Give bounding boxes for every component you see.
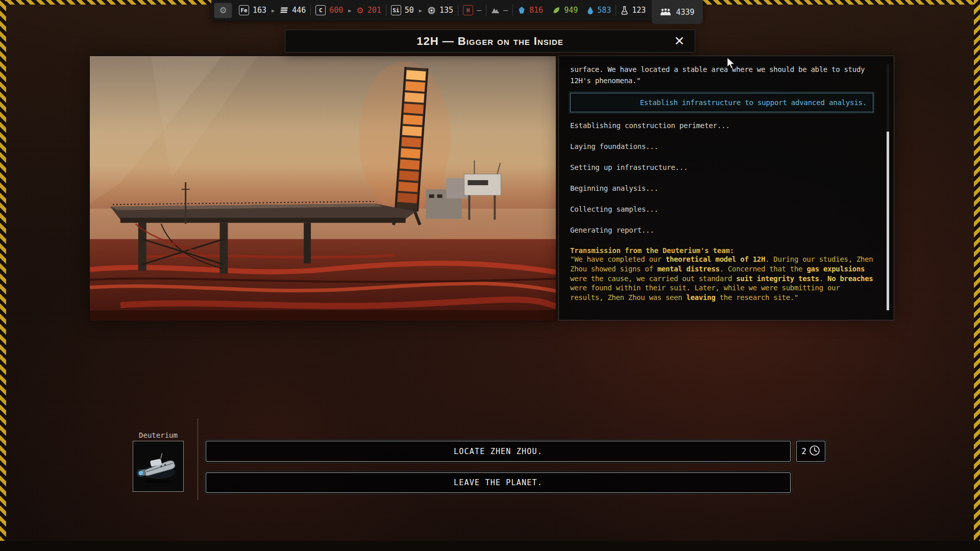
silicon-symbol-icon: Si: [391, 5, 401, 15]
resource-crystals: 816: [513, 0, 548, 20]
carbon-symbol-icon: C: [315, 5, 326, 15]
resource-value: 123: [632, 6, 646, 15]
action-locate-button[interactable]: LOCATE ZHEN ZHOU.: [206, 441, 791, 462]
close-icon: ✕: [674, 34, 685, 48]
resource-parts: ⚙ 201: [352, 0, 385, 20]
hazard-stripe-left: [0, 0, 6, 551]
mountain-icon: [491, 7, 500, 14]
resource-value: 583: [597, 6, 611, 15]
flask-icon: [621, 6, 628, 15]
chosen-option-button[interactable]: Establish infrastructure to support adva…: [570, 93, 873, 112]
layers-icon: [280, 7, 288, 14]
crystal-icon: [518, 6, 526, 14]
event-titlebar: 12H — Bigger on the Inside ✕: [285, 30, 695, 53]
gear-icon: ⚙: [219, 5, 227, 15]
resource-minerals: –: [486, 0, 512, 20]
resource-value: –: [477, 6, 481, 15]
hydrogen-symbol-icon: H: [463, 5, 473, 15]
progress-line: Beginning analysis...: [570, 184, 873, 193]
action-divider-line: [198, 418, 198, 500]
resource-value: 949: [564, 6, 578, 15]
time-value: 2: [801, 446, 806, 456]
progress-line: Laying foundations...: [570, 142, 873, 151]
droplet-icon: [587, 6, 594, 15]
resource-value: 446: [292, 6, 306, 15]
menu-button[interactable]: ⚙: [214, 3, 232, 18]
resource-value: –: [503, 6, 508, 15]
action-time-indicator: 2: [796, 441, 825, 462]
leaf-icon: [552, 6, 560, 14]
population-tab[interactable]: 4339: [652, 0, 702, 24]
chain-arrow-icon: ▶: [271, 8, 275, 13]
unit-portrait: [133, 441, 184, 492]
progress-line: Establishing construction perimeter...: [570, 121, 873, 130]
action-leave-button[interactable]: LEAVE THE PLANET.: [206, 472, 791, 493]
iron-symbol-icon: Fe: [239, 5, 249, 15]
event-artwork: [89, 56, 556, 321]
scrollbar[interactable]: [887, 64, 889, 312]
bottom-bar: [0, 541, 980, 551]
resource-value: 135: [439, 6, 453, 15]
gear-icon: ⚙: [356, 6, 363, 15]
unit-label: Deuterium: [130, 431, 187, 439]
transmission-body: "We have completed our theoretical model…: [570, 255, 873, 302]
resource-value: 201: [368, 6, 381, 15]
hazard-stripe-right: [974, 0, 980, 551]
event-text-panel: surface. We have located a stable area w…: [558, 56, 894, 320]
resource-iron: Fe 163: [234, 0, 271, 20]
resource-carbon: C 600: [311, 0, 348, 20]
resource-value: 163: [253, 6, 266, 15]
progress-line: Collecting samples...: [570, 205, 873, 214]
event-intro-text: surface. We have located a stable area w…: [570, 64, 873, 86]
scrollbar-thumb[interactable]: [887, 132, 889, 310]
clock-icon: [809, 445, 820, 458]
resource-value: 4339: [676, 8, 694, 17]
event-title: 12H — Bigger on the Inside: [416, 35, 564, 48]
progress-line: Generating report...: [570, 226, 873, 235]
resource-silicon: Si 50: [386, 0, 419, 20]
resource-value: 816: [529, 6, 543, 15]
resource-value: 50: [405, 6, 414, 15]
chain-arrow-icon: ▶: [348, 8, 352, 13]
resource-science: 123: [616, 0, 650, 20]
chip-icon: [427, 6, 436, 15]
chain-arrow-icon: ▶: [419, 8, 423, 13]
resource-steel: 446: [275, 0, 310, 20]
progress-line: Setting up infrastructure...: [570, 163, 873, 172]
close-button[interactable]: ✕: [671, 33, 688, 49]
resource-electronics: 135: [423, 0, 458, 20]
resource-bar: ⚙ Fe 163 ▶ 446 C 600 ▶ ⚙ 201 Si 50 ▶ 135…: [211, 0, 703, 20]
resource-biomass: 949: [548, 0, 582, 20]
people-icon: [660, 8, 671, 16]
resource-value: 600: [329, 6, 343, 15]
resource-water: 583: [582, 0, 616, 20]
transmission-header: Transmission from the Deuterium's team:: [570, 246, 873, 255]
resource-hydrogen: H –: [458, 0, 486, 20]
